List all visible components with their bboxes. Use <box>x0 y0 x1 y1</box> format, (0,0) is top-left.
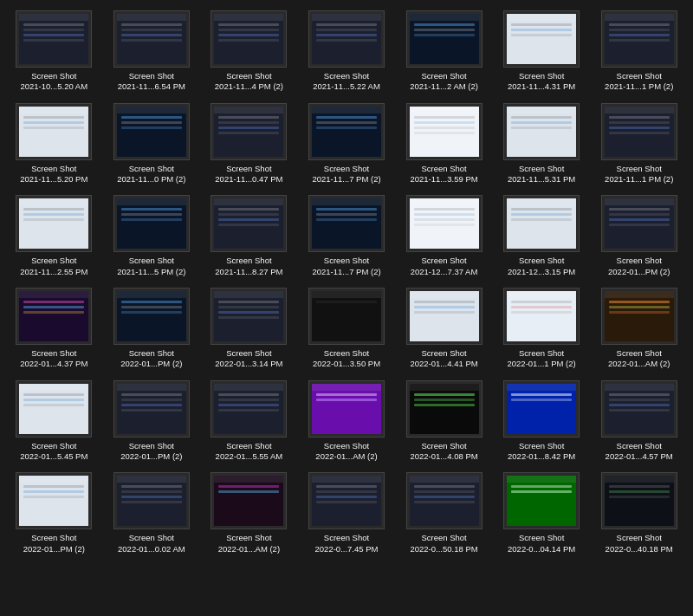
file-item[interactable]: Screen Shot 2022-01...5.45 PM <box>7 377 101 466</box>
thumbnail <box>601 10 677 68</box>
file-label: Screen Shot 2021-11...0.47 PM <box>215 164 282 185</box>
file-item[interactable]: Screen Shot 2021-11...7 PM (2) <box>300 191 394 281</box>
file-label: Screen Shot 2022-01...4.41 PM <box>410 348 477 370</box>
file-item[interactable]: Screen Shot 2021-11...4 PM (2) <box>202 7 296 96</box>
file-item[interactable]: Screen Shot 2021-12...3.15 PM <box>495 191 589 281</box>
file-label: Screen Shot 2022-01...4.08 PM <box>410 441 477 463</box>
file-date: 2022-0...7.45 PM <box>315 544 379 554</box>
file-date: 2021-11...5.20 PM <box>20 174 87 185</box>
file-item[interactable]: Screen Shot 2022-0...7.45 PM <box>300 469 394 558</box>
file-item[interactable]: Screen Shot 2021-11...8.27 PM <box>202 191 296 281</box>
file-label: Screen Shot 2021-11...8.27 PM <box>215 256 282 277</box>
thumbnail <box>406 472 483 529</box>
file-item[interactable]: Screen Shot 2021-11...5 PM (2) <box>105 191 199 281</box>
file-date: 2021-11...7 PM (2) <box>312 267 380 277</box>
thumbnail <box>210 103 287 160</box>
file-date: 2022-01...3.14 PM <box>215 359 282 369</box>
thumbnail <box>503 10 580 68</box>
file-item[interactable]: Screen Shot 2022-01...1 PM (2) <box>495 284 589 373</box>
file-name: Screen Shot <box>313 71 380 81</box>
file-item[interactable]: Screen Shot 2021-11...5.22 AM <box>300 7 394 96</box>
file-date: 2021-11...5 PM (2) <box>117 267 185 277</box>
file-item[interactable]: Screen Shot 2021-11...2 AM (2) <box>397 7 491 96</box>
thumbnail <box>308 195 385 252</box>
thumbnail <box>308 10 385 68</box>
file-date: 2022-01...AM (2) <box>218 544 280 554</box>
file-item[interactable]: Screen Shot 2022-01...PM (2) <box>592 191 686 281</box>
file-item[interactable]: Screen Shot 2022-01...PM (2) <box>105 284 199 373</box>
thumbnail <box>210 10 287 68</box>
file-item[interactable]: Screen Shot 2022-0...04.14 PM <box>495 469 589 558</box>
file-item[interactable]: Screen Shot 2022-01...0.02 AM <box>105 469 199 558</box>
file-date: 2021-11...0.47 PM <box>215 174 282 185</box>
file-date: 2022-0...04.14 PM <box>508 544 575 554</box>
thumbnail <box>210 472 287 529</box>
file-name: Screen Shot <box>508 164 575 174</box>
file-item[interactable]: Screen Shot 2022-01...4.57 PM <box>592 377 686 466</box>
file-name: Screen Shot <box>606 441 673 451</box>
file-label: Screen Shot 2022-0...04.14 PM <box>508 533 575 554</box>
file-item[interactable]: Screen Shot 2021-11...6.54 PM <box>105 7 199 96</box>
file-item[interactable]: Screen Shot 2022-01...AM (2) <box>592 284 686 373</box>
file-name: Screen Shot <box>315 441 377 451</box>
file-item[interactable]: Screen Shot 2021-10...5.20 AM <box>7 7 101 96</box>
file-name: Screen Shot <box>20 441 87 451</box>
file-item[interactable]: Screen Shot 2021-11...5.31 PM <box>495 100 589 189</box>
file-label: Screen Shot 2022-01...0.02 AM <box>118 533 185 554</box>
file-item[interactable]: Screen Shot 2021-11...2.55 PM <box>7 191 101 281</box>
file-item[interactable]: Screen Shot 2021-11...0 PM (2) <box>105 100 199 189</box>
file-item[interactable]: Screen Shot 2022-01...AM (2) <box>202 469 296 558</box>
file-item[interactable]: Screen Shot 2021-11...0.47 PM <box>202 100 296 189</box>
file-item[interactable]: Screen Shot 2022-0...50.18 PM <box>397 469 491 558</box>
thumbnail <box>113 103 190 160</box>
file-name: Screen Shot <box>508 533 575 543</box>
thumbnail <box>601 472 677 529</box>
file-item[interactable]: Screen Shot 2022-01...3.14 PM <box>202 284 296 373</box>
file-item[interactable]: Screen Shot 2022-01...4.41 PM <box>397 284 491 373</box>
thumbnail <box>503 195 580 252</box>
file-label: Screen Shot 2021-11...5 PM (2) <box>117 256 185 277</box>
file-item[interactable]: Screen Shot 2022-01...4.37 PM <box>7 284 101 373</box>
file-label: Screen Shot 2021-11...5.31 PM <box>508 164 575 185</box>
file-item[interactable]: Screen Shot 2021-11...1 PM (2) <box>592 100 686 189</box>
file-name: Screen Shot <box>215 164 282 174</box>
file-item[interactable]: Screen Shot 2021-11...5.20 PM <box>7 100 101 189</box>
thumbnail <box>601 195 677 252</box>
thumbnail <box>406 10 483 68</box>
file-label: Screen Shot 2022-01...3.14 PM <box>215 348 282 370</box>
file-item[interactable]: Screen Shot 2022-01...AM (2) <box>300 377 394 466</box>
file-item[interactable]: Screen Shot 2021-11...1 PM (2) <box>592 7 686 96</box>
thumbnail <box>601 380 677 438</box>
file-item[interactable]: Screen Shot 2022-01...3.50 PM <box>300 284 394 373</box>
file-date: 2021-11...3.59 PM <box>410 174 477 185</box>
file-item[interactable]: Screen Shot 2022-01...PM (2) <box>7 469 101 558</box>
file-item[interactable]: Screen Shot 2022-01...8.42 PM <box>495 377 589 466</box>
file-label: Screen Shot 2022-01...AM (2) <box>218 533 280 554</box>
file-item[interactable]: Screen Shot 2022-01...4.08 PM <box>397 377 491 466</box>
thumbnail <box>406 380 483 438</box>
file-name: Screen Shot <box>20 71 87 81</box>
file-label: Screen Shot 2022-01...3.50 PM <box>313 348 380 370</box>
file-name: Screen Shot <box>313 348 380 359</box>
file-date: 2021-11...2 AM (2) <box>410 81 478 92</box>
file-name: Screen Shot <box>117 164 185 174</box>
file-item[interactable]: Screen Shot 2022-01...5.55 AM <box>202 377 296 466</box>
file-date: 2022-01...PM (2) <box>23 544 85 554</box>
file-name: Screen Shot <box>20 164 87 174</box>
file-grid: Screen Shot 2021-10...5.20 AM Screen Sho… <box>0 0 693 565</box>
file-name: Screen Shot <box>410 71 478 81</box>
file-date: 2022-01...PM (2) <box>608 267 670 277</box>
file-item[interactable]: Screen Shot 2022-01...PM (2) <box>105 377 199 466</box>
file-label: Screen Shot 2021-11...1 PM (2) <box>605 71 673 93</box>
file-item[interactable]: Screen Shot 2021-11...7 PM (2) <box>300 100 394 189</box>
file-item[interactable]: Screen Shot 2021-12...7.37 AM <box>397 191 491 281</box>
thumbnail <box>308 288 385 345</box>
file-date: 2021-11...1 PM (2) <box>605 174 673 185</box>
file-item[interactable]: Screen Shot 2021-11...4.31 PM <box>495 7 589 96</box>
file-name: Screen Shot <box>410 348 477 359</box>
file-date: 2022-01...PM (2) <box>120 451 182 462</box>
file-item[interactable]: Screen Shot 2021-11...3.59 PM <box>397 100 491 189</box>
thumbnail <box>503 288 580 345</box>
file-item[interactable]: Screen Shot 2022-0...40.18 PM <box>592 469 686 558</box>
file-date: 2021-11...6.54 PM <box>118 81 185 92</box>
